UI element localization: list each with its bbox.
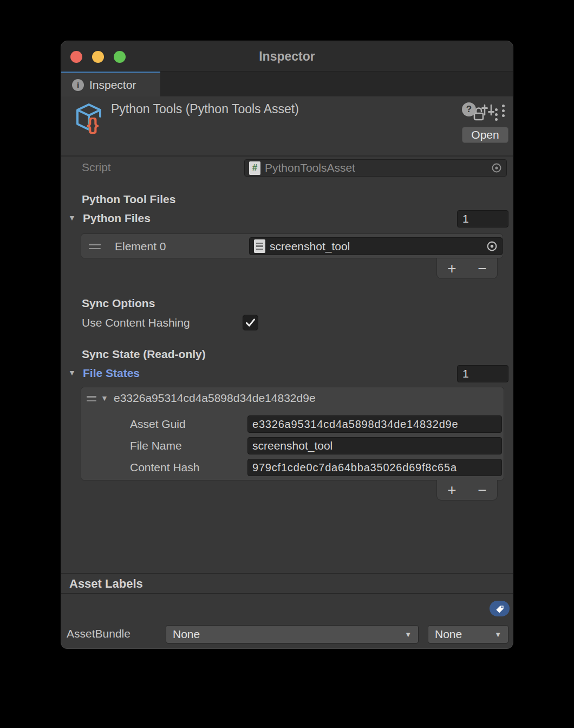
- add-state-button[interactable]: +: [441, 481, 464, 499]
- remove-element-button[interactable]: −: [471, 259, 494, 278]
- minimize-traffic-light[interactable]: [92, 51, 104, 63]
- window-titlebar: Inspector: [61, 41, 513, 72]
- open-button[interactable]: Open: [462, 127, 508, 143]
- element-0-value: screenshot_tool: [270, 240, 350, 253]
- asset-guid-label: Asset Guid: [130, 418, 186, 431]
- file-states-list: ▼ e3326a95314cd4a5898d34de14832d9e Asset…: [81, 387, 504, 480]
- tab-inspector[interactable]: i Inspector: [61, 72, 160, 96]
- file-states-label[interactable]: File States: [83, 367, 140, 380]
- text-asset-icon: [254, 239, 265, 253]
- object-picker-icon: [491, 162, 502, 173]
- checkmark-icon: [245, 317, 256, 328]
- python-tool-files-heading: Python Tool Files: [82, 193, 175, 206]
- asset-label-tag-button[interactable]: [490, 601, 510, 616]
- assetbundle-value: None: [173, 628, 200, 641]
- element-0-object-field[interactable]: screenshot_tool: [249, 237, 503, 255]
- content-hash-label: Content Hash: [130, 461, 199, 474]
- file-states-size-field[interactable]: 1: [457, 365, 508, 382]
- sync-options-heading: Sync Options: [82, 297, 155, 310]
- script-object-field: # PythonToolsAsset: [244, 159, 507, 177]
- remove-state-button[interactable]: −: [471, 481, 494, 499]
- file-name-value: screenshot_tool: [252, 439, 332, 452]
- window-title: Inspector: [61, 41, 513, 72]
- inspector-window: Inspector i Inspector {} Python Tools (P…: [61, 41, 513, 649]
- info-icon: i: [72, 79, 84, 91]
- asset-labels-top-separator: [61, 573, 513, 574]
- element-drag-handle-icon[interactable]: [89, 244, 101, 249]
- tag-icon: [494, 603, 505, 614]
- component-title: Python Tools (Python Tools Asset): [111, 102, 299, 116]
- element-0-label: Element 0: [115, 240, 166, 253]
- python-files-list-footer: + −: [436, 258, 498, 279]
- assetbundle-variant-dropdown[interactable]: None ▼: [428, 625, 508, 644]
- content-hash-value: 979cf1cde0c7da64bba35026d69f8c65a: [252, 461, 457, 474]
- component-menu-kebab-icon[interactable]: [501, 105, 505, 117]
- use-content-hashing-checkbox[interactable]: [243, 315, 258, 330]
- asset-guid-value: e3326a95314cd4a5898d34de14832d9e: [252, 418, 458, 431]
- state-header-guid[interactable]: e3326a95314cd4a5898d34de14832d9e: [114, 392, 316, 405]
- python-files-list: Element 0 screenshot_tool: [81, 233, 503, 258]
- python-files-label[interactable]: Python Files: [83, 212, 151, 225]
- asset-labels-bottom-separator: [61, 593, 513, 594]
- assetbundle-label: AssetBundle: [67, 627, 131, 640]
- presets-icon[interactable]: [481, 103, 495, 117]
- maximize-traffic-light[interactable]: [114, 51, 126, 63]
- sync-state-heading: Sync State (Read-only): [82, 348, 206, 361]
- asset-guid-field[interactable]: e3326a95314cd4a5898d34de14832d9e: [247, 415, 502, 433]
- file-states-foldout-icon[interactable]: ▼: [68, 368, 76, 377]
- chevron-down-icon: ▼: [405, 630, 412, 639]
- tab-label: Inspector: [89, 79, 136, 92]
- tab-strip: i Inspector: [61, 72, 513, 96]
- content-hash-field[interactable]: 979cf1cde0c7da64bba35026d69f8c65a: [247, 459, 502, 476]
- state-drag-handle-icon[interactable]: [87, 396, 96, 401]
- close-traffic-light[interactable]: [70, 51, 82, 63]
- braces-icon: {}: [87, 115, 97, 134]
- csharp-script-icon: #: [249, 161, 260, 175]
- script-label: Script: [82, 161, 111, 174]
- state-foldout-icon[interactable]: ▼: [101, 394, 108, 402]
- python-tools-asset-icon: {}: [73, 102, 105, 135]
- object-picker-icon[interactable]: [486, 240, 498, 252]
- script-value: PythonToolsAsset: [265, 161, 355, 174]
- header-separator: [61, 155, 513, 157]
- use-content-hashing-label: Use Content Hashing: [82, 316, 190, 329]
- add-element-button[interactable]: +: [441, 259, 464, 278]
- chevron-down-icon: ▼: [494, 630, 501, 639]
- file-name-label: File Name: [130, 439, 182, 452]
- python-files-size-field[interactable]: 1: [457, 210, 508, 227]
- assetbundle-variant-value: None: [435, 628, 462, 641]
- file-states-list-footer: + −: [436, 480, 498, 500]
- python-files-foldout-icon[interactable]: ▼: [68, 213, 76, 222]
- asset-labels-heading: Asset Labels: [69, 577, 143, 591]
- help-icon[interactable]: ?: [462, 102, 476, 116]
- assetbundle-dropdown[interactable]: None ▼: [166, 625, 419, 644]
- file-name-field[interactable]: screenshot_tool: [247, 437, 502, 454]
